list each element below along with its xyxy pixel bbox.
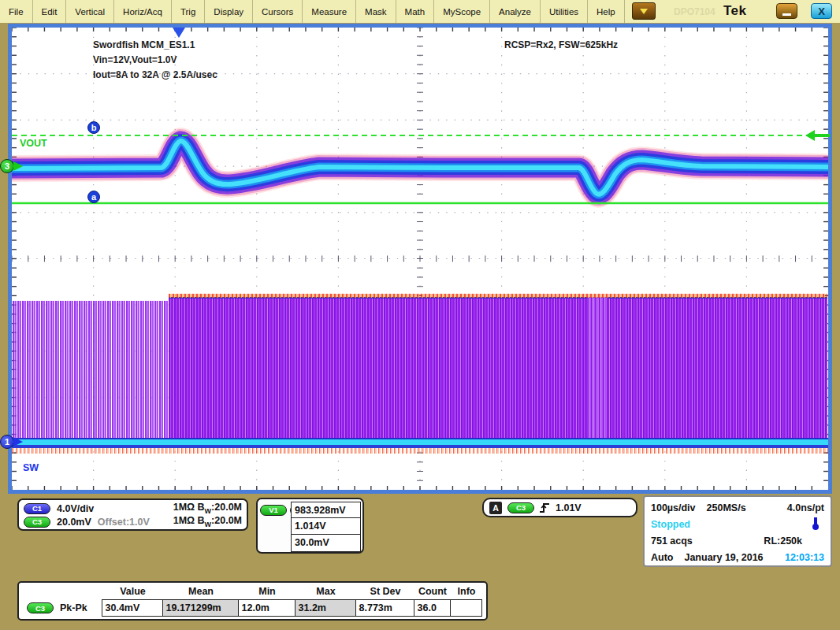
- cursor-v1-value: 983.928mV: [292, 502, 360, 518]
- measurement-stdev: 8.773m: [355, 599, 415, 617]
- menu-myscope[interactable]: MyScope: [434, 0, 490, 23]
- ch3-badge: C3: [24, 517, 50, 528]
- col-count: Count: [414, 584, 451, 599]
- sw-baseline-trace: [12, 438, 828, 448]
- close-button[interactable]: X: [811, 3, 832, 19]
- record-length: RL:250k: [764, 536, 802, 547]
- timebase-scale: 100µs/div: [651, 502, 696, 513]
- trigger-mode: Auto: [651, 552, 673, 563]
- col-max: Max: [295, 584, 356, 599]
- minimize-icon: [782, 13, 791, 16]
- tek-logo: Tek: [723, 3, 747, 19]
- col-min: Min: [239, 584, 295, 599]
- measurement-count: 36.0: [414, 599, 452, 617]
- annotation-right: RCSP=Rx2, FSW=625kHz: [504, 38, 618, 53]
- time-label: 12:03:13: [785, 552, 824, 563]
- measurement-value: 30.4mV: [102, 599, 164, 617]
- sw-trace-bottom-fringe: [12, 448, 828, 454]
- sw-trace-label: SW: [23, 462, 39, 473]
- measurement-max: 31.2m: [295, 599, 357, 617]
- ch1-impedance-bandwidth: 1MΩ BW:20.0M: [173, 502, 242, 515]
- minimize-button[interactable]: [776, 3, 797, 19]
- cursor-v2-value: 1.014V: [292, 518, 360, 534]
- menu-math[interactable]: Math: [396, 0, 435, 23]
- cursor-b-right-marker-bar: [814, 134, 830, 137]
- acquisition-status: Stopped: [651, 519, 690, 530]
- col-value: Value: [102, 584, 163, 599]
- cursor-dv-value: 30.0mV: [292, 535, 360, 550]
- menu-dropdown-button[interactable]: [632, 2, 656, 20]
- menu-bar: File Edit Vertical Horiz/Acq Trig Displa…: [0, 0, 840, 23]
- sample-rate: 250MS/s: [707, 502, 746, 513]
- sw-trace-segment-light: [13, 301, 169, 438]
- menu-trig[interactable]: Trig: [172, 0, 205, 23]
- ch1-reference-marker[interactable]: 1: [0, 435, 14, 449]
- menu-utilities[interactable]: Utilities: [541, 0, 588, 23]
- measurement-header-row: Value Mean Min Max St Dev Count Info: [24, 584, 481, 599]
- trigger-source-badge: C3: [507, 502, 534, 513]
- col-stdev: St Dev: [356, 584, 414, 599]
- menu-vertical[interactable]: Vertical: [66, 0, 114, 23]
- acquisition-count: 751 acqs: [651, 536, 693, 547]
- thermometer-icon: [812, 517, 820, 531]
- sw-trace-transient-band: [587, 297, 608, 438]
- cursor-v1-badge: V1: [260, 505, 287, 516]
- menu-file[interactable]: File: [0, 0, 33, 23]
- ch1-reference-arrow-icon: [13, 437, 23, 447]
- ch3-reference-arrow-icon: [13, 161, 23, 171]
- measurement-source-badge: C3: [27, 602, 54, 613]
- sw-trace-top-fringe: [169, 294, 827, 298]
- cursor-b-badge[interactable]: b: [87, 121, 100, 134]
- menu-cursors[interactable]: Cursors: [253, 0, 303, 23]
- measurement-info: [450, 599, 483, 617]
- trigger-position-marker[interactable]: [173, 28, 185, 38]
- ch3-scale: 20.0mV: [57, 517, 91, 528]
- cursor-a-badge[interactable]: a: [87, 191, 100, 203]
- vout-trace: [13, 141, 828, 195]
- waveform-display: Swordfish MCM_ES1.1Vin=12V,Vout=1.0VIout…: [8, 24, 832, 494]
- sample-resolution: 4.0ns/pt: [787, 502, 824, 513]
- measurement-name: Pk-Pk: [60, 602, 87, 613]
- chevron-down-icon: [640, 9, 648, 14]
- menu-measure[interactable]: Measure: [303, 0, 356, 23]
- ch3-impedance-bandwidth: 1MΩ BW:20.0M: [173, 515, 242, 528]
- annotation-left: Swordfish MCM_ES1.1Vin=12V,Vout=1.0VIout…: [93, 38, 217, 83]
- ch3-offset: Offset:1.0V: [98, 517, 150, 528]
- ch3-reference-marker[interactable]: 3: [0, 159, 14, 173]
- timebase-box: 100µs/div 250MS/s 4.0ns/pt Stopped 751 a…: [643, 495, 832, 567]
- measurement-min: 12.0m: [238, 599, 296, 617]
- cursor-readout-box[interactable]: V1 V2 ΔV 983.928mV 1.014V 30.0mV: [256, 498, 364, 554]
- menu-analyze[interactable]: Analyze: [490, 0, 541, 23]
- rising-edge-icon: [540, 502, 550, 514]
- menu-mask[interactable]: Mask: [356, 0, 396, 23]
- trigger-level: 1.01V: [556, 502, 582, 513]
- ch1-badge: C1: [24, 503, 50, 514]
- col-mean: Mean: [163, 584, 239, 599]
- graticule-area: Swordfish MCM_ES1.1Vin=12V,Vout=1.0VIout…: [12, 28, 828, 490]
- measurement-mean: 19.171299m: [162, 599, 240, 617]
- measurement-table: Value Mean Min Max St Dev Count Info C3 …: [17, 581, 488, 621]
- scope-screen: File Edit Vertical Horiz/Acq Trig Displa…: [0, 0, 840, 630]
- menu-edit[interactable]: Edit: [33, 0, 67, 23]
- date-label: January 19, 2016: [684, 552, 763, 563]
- trigger-bank-badge: A: [489, 502, 502, 514]
- trigger-readout-box[interactable]: A C3 1.01V: [482, 498, 637, 517]
- ch1-scale: 4.0V/div: [57, 503, 94, 514]
- measurement-row: C3 Pk-Pk 30.4mV 19.171299m 12.0m 31.2m 8…: [24, 599, 481, 617]
- cursor-b-right-arrow-icon: [805, 130, 815, 141]
- col-info: Info: [451, 584, 482, 599]
- channel-settings-box[interactable]: C1 4.0V/div 1MΩ BW:20.0M C3 20.0mV Offse…: [17, 498, 248, 531]
- sw-trace-segment-dense: [169, 297, 827, 438]
- vout-trace-label: VOUT: [20, 138, 47, 149]
- menu-horiz-acq[interactable]: Horiz/Acq: [114, 0, 172, 23]
- menu-display[interactable]: Display: [205, 0, 253, 23]
- model-label: DPO7104: [674, 6, 715, 17]
- menu-help[interactable]: Help: [588, 0, 625, 23]
